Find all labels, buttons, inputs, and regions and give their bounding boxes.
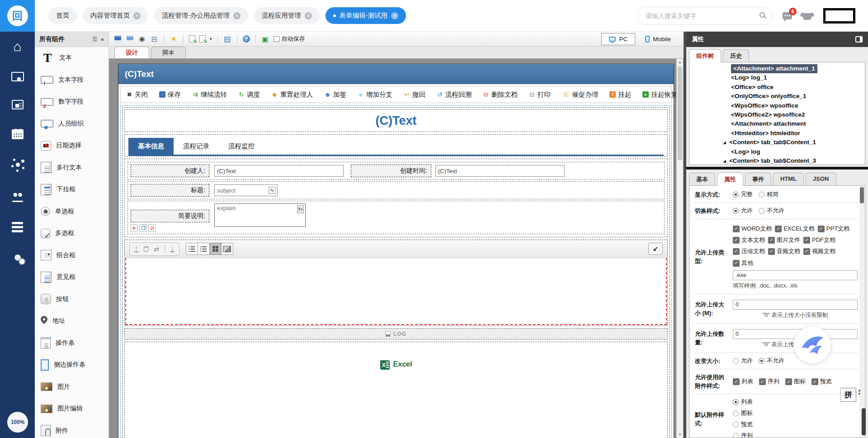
component-dropdown[interactable]: 下拉框 (35, 179, 108, 201)
menu-icon[interactable]: ☰ (92, 36, 98, 42)
component-multiline[interactable]: 多行文本 (35, 157, 108, 179)
extension-input[interactable] (733, 270, 858, 280)
checkbox-checked-icon[interactable]: ✓ (733, 260, 740, 267)
text-editor-icon[interactable]: T≡ (297, 205, 304, 213)
tab-基本[interactable]: 基本 (689, 173, 715, 185)
tab-script[interactable]: 脚本 (151, 47, 186, 58)
nav-tab-4[interactable]: 流程应用管理✕ (254, 7, 320, 24)
property-input[interactable] (733, 300, 858, 310)
tab-JSON[interactable]: JSON (806, 173, 836, 185)
summary-textarea[interactable]: explain (214, 203, 306, 227)
toolbar-print-button[interactable]: ⊟打印 (529, 90, 551, 99)
checkbox-option[interactable]: ✓图标 (785, 377, 806, 386)
close-icon[interactable]: ✕ (133, 12, 141, 19)
attachment-section[interactable]: ↙ (124, 240, 668, 326)
news-icon[interactable] (12, 100, 24, 109)
tab-历史[interactable]: 历史 (723, 49, 749, 62)
design-canvas[interactable]: (C)Text ✖关闭▫保存⇉继续流转↻调度☻重置处理人☻加签«增加分支↩撤回↺… (109, 59, 684, 438)
toolbar-add-sign-button[interactable]: ☻加签 (324, 90, 346, 99)
tree-node[interactable]: <Office> office (689, 83, 865, 92)
checkbox-option[interactable]: ✓列表 (733, 377, 753, 386)
tree-node[interactable]: ◢<Content> tab_tab$Content_1 (689, 138, 865, 147)
messages-button[interactable]: 6 (783, 12, 792, 19)
radio-option[interactable]: 列表 (733, 398, 753, 406)
component-image[interactable]: 图片 (35, 376, 108, 398)
component-checkbox[interactable]: 多选框 (35, 222, 108, 245)
tree-node[interactable]: <OnlyOffice> onlyoffice_1 (689, 92, 865, 101)
radio-option[interactable]: 不允许 (759, 207, 784, 215)
seq-view-icon[interactable] (198, 243, 210, 255)
tree-node[interactable]: <Htmleditor> htmleditor (689, 129, 865, 138)
radio-icon[interactable] (733, 410, 739, 416)
nav-tab-3[interactable]: 流程管理-办公用品管理✕ (154, 7, 248, 24)
toolbar-dispatch-button[interactable]: ↻调度 (238, 90, 260, 99)
tab-HTML[interactable]: HTML (773, 173, 804, 185)
toolbar-suspend-button[interactable]: ‖挂起 (609, 90, 631, 99)
mobile-device-button[interactable]: Mobile (640, 33, 676, 45)
subject-edit-icon[interactable]: ✎ (269, 187, 276, 194)
tab-属性[interactable]: 属性 (717, 173, 743, 186)
checkbox-checked-icon[interactable]: ✓ (733, 378, 740, 385)
servers-icon[interactable] (12, 222, 23, 232)
radio-icon[interactable] (759, 208, 764, 214)
zoom-level-badge[interactable]: 100% (7, 412, 28, 433)
radio-option[interactable]: 预览 (733, 420, 753, 429)
nav-tab-2[interactable]: 内容管理首页✕ (83, 7, 148, 24)
radio-option[interactable]: 允许 (733, 207, 753, 215)
component-textfield[interactable]: 文本字段 (35, 69, 108, 91)
radio-selected-icon[interactable] (733, 208, 739, 214)
search-input[interactable] (637, 7, 772, 24)
canvas-scrollbar[interactable]: ▲ ▼ (676, 59, 683, 438)
tree-node[interactable]: <Attachment> attachment (689, 119, 865, 128)
panel-toggle-icon[interactable] (855, 36, 863, 42)
properties-scrollbar[interactable] (859, 186, 864, 437)
meeting-icon[interactable] (11, 190, 24, 203)
checkbox-checked-icon[interactable]: ✓ (818, 226, 825, 232)
import-icon[interactable] (189, 35, 195, 42)
list-view-icon[interactable] (186, 243, 198, 255)
tab-组件树[interactable]: 组件树 (689, 49, 721, 62)
tree-node[interactable]: ◢<Content> tab_tab$Content_3 (689, 156, 865, 165)
checkbox-checked-icon[interactable]: ✓ (733, 226, 740, 232)
calendar-icon[interactable] (12, 129, 24, 139)
move-icon[interactable]: ✛ (130, 224, 138, 232)
component-combo[interactable]: 组合框 (35, 245, 108, 267)
form-tab-基本信息[interactable]: 基本信息 (128, 138, 174, 155)
app-logo[interactable]: 回 (0, 0, 35, 32)
ime-pinyin-button[interactable]: 拼 (840, 388, 856, 402)
download-icon[interactable] (170, 245, 175, 252)
checkbox-option[interactable]: ✓PDF文档 (803, 235, 835, 245)
toolbar-continue-flow-button[interactable]: ⇉继续流转 (192, 90, 227, 99)
panel-splitter-horizontal[interactable] (686, 167, 868, 170)
office-section[interactable]: Excel (124, 342, 668, 438)
nav-tab-5[interactable]: 表单编辑-测试用✕ (326, 7, 406, 24)
tab-design[interactable]: 设计 (114, 47, 149, 58)
attachment-drop-area[interactable] (125, 258, 667, 325)
print-icon[interactable] (150, 35, 158, 43)
expand-triangle-icon[interactable]: ◢ (723, 138, 726, 147)
component-button[interactable]: 按钮 (35, 288, 108, 311)
checkbox-checked-icon[interactable]: ✓ (768, 248, 775, 255)
user-settings-icon[interactable] (11, 251, 24, 264)
component-actionbar[interactable]: 操作条 (35, 332, 108, 354)
close-icon[interactable]: ✕ (391, 12, 398, 19)
checkbox-checked-icon[interactable]: ✓ (785, 378, 792, 385)
scroll-down-icon[interactable]: ▼ (677, 431, 683, 438)
checkbox-option[interactable]: ✓预览 (811, 377, 832, 386)
checkbox-checked-icon[interactable]: ✓ (768, 237, 775, 244)
checkbox-checked-icon[interactable]: ✓ (733, 248, 740, 255)
subject-input[interactable] (214, 184, 278, 196)
checkbox-checked-icon[interactable]: ✓ (733, 237, 740, 244)
tree-node[interactable]: <Attachment> attachment_1 (689, 64, 865, 73)
create-time-input[interactable] (435, 165, 565, 177)
radio-option[interactable]: 图标 (733, 409, 753, 417)
form-list-icon[interactable] (223, 35, 231, 43)
network-icon[interactable] (11, 158, 24, 171)
expand-triangle-icon[interactable]: ◢ (723, 156, 726, 165)
checkbox-option[interactable]: ✓音频文档 (768, 246, 800, 257)
checkbox-checked-icon[interactable]: ✓ (759, 378, 766, 385)
tree-node[interactable]: <Log> log_1 (689, 73, 865, 82)
nav-tab-1[interactable]: 首页 (48, 7, 77, 24)
ime-bird-logo[interactable] (794, 326, 831, 363)
component-attachment[interactable]: 附件 (35, 420, 108, 438)
